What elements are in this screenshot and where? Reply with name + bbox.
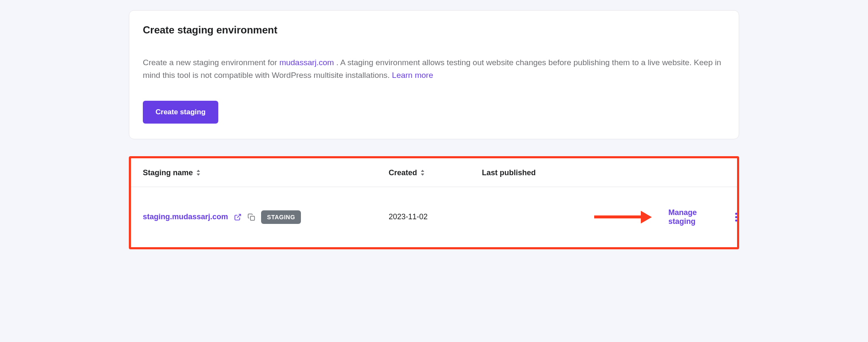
domain-link[interactable]: mudassarj.com	[279, 58, 334, 67]
copy-icon[interactable]	[248, 213, 255, 221]
learn-more-link[interactable]: Learn more	[392, 71, 433, 80]
external-link-icon[interactable]	[234, 213, 242, 221]
sort-icon	[196, 170, 200, 176]
svg-line-0	[237, 214, 241, 218]
svg-point-2	[735, 212, 737, 215]
table-row: staging.mudassarj.com STAGING 2023-11-02…	[131, 187, 737, 247]
header-created[interactable]: Created	[389, 168, 482, 177]
status-badge: STAGING	[261, 210, 301, 224]
manage-staging-link[interactable]: Manage staging	[668, 208, 697, 226]
staging-table: Staging name Created Last published stag…	[129, 156, 739, 249]
more-options-icon[interactable]	[735, 212, 737, 222]
header-name[interactable]: Staging name	[143, 168, 389, 177]
actions-cell: Manage staging	[605, 208, 737, 226]
card-title: Create staging environment	[143, 24, 725, 36]
table-header: Staging name Created Last published	[131, 158, 737, 187]
svg-point-3	[735, 216, 737, 218]
staging-card: Create staging environment Create a new …	[129, 10, 739, 139]
create-staging-button[interactable]: Create staging	[143, 101, 218, 124]
created-cell: 2023-11-02	[389, 212, 482, 221]
sort-icon	[420, 170, 425, 176]
name-cell: staging.mudassarj.com STAGING	[143, 210, 389, 224]
card-description: Create a new staging environment for mud…	[143, 56, 725, 82]
svg-point-4	[735, 219, 737, 221]
header-last-published: Last published	[482, 168, 605, 177]
staging-url[interactable]: staging.mudassarj.com	[143, 212, 228, 221]
svg-rect-1	[250, 216, 255, 221]
arrow-annotation	[594, 211, 652, 223]
